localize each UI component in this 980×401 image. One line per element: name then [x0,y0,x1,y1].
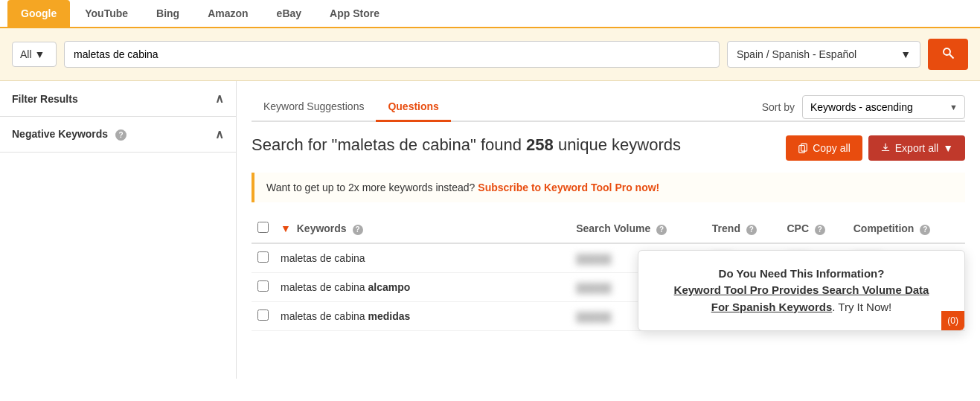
table-wrapper: ▼ Keywords ? Search Volume ? Trend ? [252,214,965,331]
tab-google[interactable]: Google [7,0,70,27]
trend-info-icon[interactable]: ? [746,225,757,235]
search-button[interactable] [928,39,968,70]
sv-value-2: ▓▓▓▓▓ [576,282,611,293]
search-type-select[interactable]: All ▼ [12,42,57,67]
tab-keyword-suggestions[interactable]: Keyword Suggestions [252,93,376,122]
negative-keywords-help-icon[interactable]: ? [115,129,126,141]
filter-results-header[interactable]: Filter Results ∧ [0,81,236,116]
negative-keywords-header[interactable]: Negative Keywords ? ∧ [0,117,236,152]
th-keywords: ▼ Keywords ? [275,214,570,243]
row-checkbox-2[interactable] [257,280,269,292]
action-buttons: Copy all Export all ▼ [786,135,965,161]
sort-area: Sort by Keywords - ascending Keywords - … [762,95,965,119]
filter-results-chevron-icon: ∧ [215,92,224,106]
results-suffix: unique keywords [554,135,681,154]
top-navigation: Google YouTube Bing Amazon eBay App Stor… [0,0,980,28]
main-layout: Filter Results ∧ Negative Keywords ? ∧ K… [0,81,980,379]
tab-amazon[interactable]: Amazon [194,0,261,27]
search-type-label: All [20,48,32,60]
sort-arrow-icon: ▼ [281,222,291,234]
tab-youtube[interactable]: YouTube [71,0,141,27]
negative-keywords-section: Negative Keywords ? ∧ [0,117,236,153]
content-tabs: Keyword Suggestions Questions Sort by Ke… [252,93,965,122]
negative-keywords-chevron-icon: ∧ [215,127,224,141]
negative-keywords-label: Negative Keywords ? [12,128,126,141]
th-checkbox [252,214,275,243]
tab-questions[interactable]: Questions [376,93,450,122]
popup-line1: Do You Need This Information? [719,267,885,280]
export-icon [880,143,891,153]
sort-label: Sort by [762,101,795,113]
popup-line4: . Try It Now! [832,301,891,313]
svg-line-1 [949,54,953,58]
filter-results-label: Filter Results [12,93,78,105]
results-heading: Search for "maletas de cabina" found 258… [252,134,786,157]
search-input[interactable] [64,41,720,68]
th-cpc: CPC ? [781,214,847,243]
cpc-info-icon[interactable]: ? [815,225,825,235]
table-header-row: ▼ Keywords ? Search Volume ? Trend ? [252,214,965,243]
chevron-down-icon: ▼ [35,48,45,60]
copy-all-button[interactable]: Copy all [786,135,862,161]
sidebar: Filter Results ∧ Negative Keywords ? ∧ [0,81,237,379]
filter-results-section: Filter Results ∧ [0,81,236,117]
search-icon [941,46,955,60]
tab-appstore[interactable]: App Store [316,0,393,27]
search-bar: All ▼ Spain / Spanish - Español ▼ [0,28,980,81]
export-all-label: Export all [895,142,938,154]
promo-link[interactable]: Subscribe to Keyword Tool Pro now! [478,182,659,193]
th-search-volume: Search Volume ? [570,214,706,243]
location-label: Spain / Spanish - Español [737,48,856,60]
results-prefix: Search for "maletas de cabina" found [252,135,526,154]
th-keywords-label: Keywords [297,222,347,234]
copy-icon [798,143,808,153]
promo-text: Want to get up to 2x more keywords inste… [266,182,478,193]
content-area: Keyword Suggestions Questions Sort by Ke… [237,81,980,379]
th-competition: Competition ? [848,214,965,243]
tab-bing[interactable]: Bing [143,0,193,27]
tab-ebay[interactable]: eBay [263,0,315,27]
sort-select[interactable]: Keywords - ascending Keywords - descendi… [802,95,965,119]
row-checkbox-3[interactable] [257,309,269,321]
sort-dropdown: Keywords - ascending Keywords - descendi… [802,95,965,119]
promo-banner: Want to get up to 2x more keywords inste… [252,173,965,202]
export-all-button[interactable]: Export all ▼ [868,135,965,161]
select-all-checkbox[interactable] [257,222,269,233]
popup-badge: (0) [941,311,964,330]
th-trend-label: Trend [712,222,740,234]
results-count: 258 [526,135,554,154]
popup-text: Do You Need This Information? Keyword To… [656,266,947,316]
svg-point-0 [944,48,950,55]
keywords-info-icon[interactable]: ? [353,225,363,235]
th-sv-label: Search Volume [576,222,650,234]
pro-popup: Do You Need This Information? Keyword To… [638,250,965,332]
export-chevron-icon: ▼ [943,142,953,154]
sv-value-3: ▓▓▓▓▓ [576,311,611,322]
kw-cell-2: maletas de cabina alcampo [275,273,570,302]
copy-all-label: Copy all [813,142,851,154]
location-chevron-icon: ▼ [900,48,911,60]
th-competition-label: Competition [854,222,915,234]
kw-cell-3: maletas de cabina medidas [275,302,570,331]
sv-value-1: ▓▓▓▓▓ [576,253,611,264]
th-trend: Trend ? [706,214,781,243]
th-cpc-label: CPC [787,222,809,234]
heading-area: Search for "maletas de cabina" found 258… [252,134,965,161]
competition-info-icon[interactable]: ? [920,225,930,235]
row-checkbox-1[interactable] [257,251,269,263]
kw-cell-1: maletas de cabina [275,243,570,273]
svg-rect-3 [799,146,805,153]
sv-info-icon[interactable]: ? [656,225,667,235]
location-select[interactable]: Spain / Spanish - Español ▼ [727,41,920,68]
svg-rect-2 [801,144,807,151]
